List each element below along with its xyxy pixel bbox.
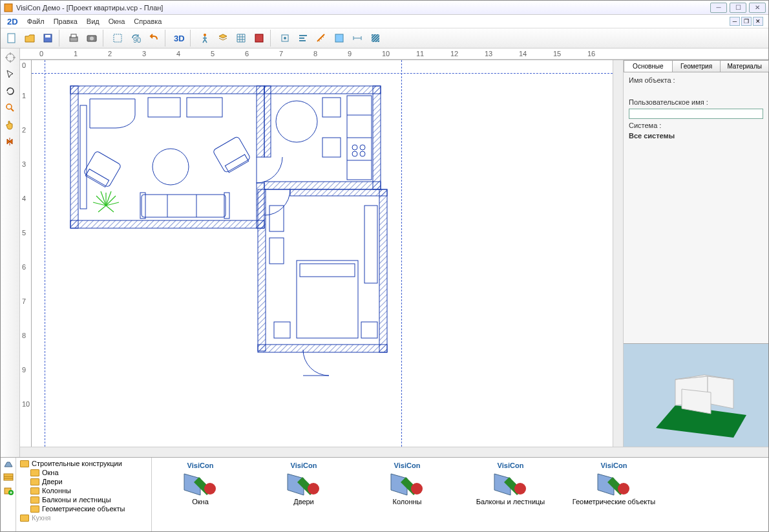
mirror-tool[interactable] <box>3 134 18 149</box>
guide-v1 <box>45 60 45 447</box>
menu-bar: 2D Файл Правка Вид Окна Справка ─ ❐ ✕ <box>1 15 768 28</box>
svg-rect-68 <box>297 261 358 338</box>
guide-h1 <box>32 73 613 74</box>
catalog-up-button[interactable] <box>3 460 14 469</box>
grid-button[interactable] <box>233 30 249 47</box>
svg-rect-29 <box>258 189 266 351</box>
zoom-tool[interactable] <box>3 100 18 116</box>
svg-point-85 <box>204 483 216 495</box>
tree-item-balconies[interactable]: Балконы и лестницы <box>17 495 150 504</box>
catalog-item-columns[interactable]: VisiCon Колонны <box>365 462 449 505</box>
rotate-tool[interactable] <box>3 83 18 99</box>
open-file-button[interactable] <box>21 30 38 47</box>
save-button[interactable] <box>39 30 56 47</box>
svg-point-7 <box>90 37 94 41</box>
snap-button[interactable] <box>251 30 268 47</box>
svg-rect-57 <box>322 138 341 157</box>
tree-item-geometry[interactable]: Геометрические объекты <box>17 504 150 513</box>
screenshot-button[interactable] <box>83 30 100 47</box>
close-button[interactable]: ✕ <box>749 3 766 13</box>
properties-panel: Основные Геометрия Материалы Имя объекта… <box>623 60 768 447</box>
svg-point-55 <box>276 101 317 142</box>
menu-view[interactable]: Вид <box>83 16 103 27</box>
pan-tool[interactable] <box>3 117 18 133</box>
drawing-canvas[interactable]: SOFTPORTAL www.softportal.com <box>32 60 613 447</box>
catalog-item-windows[interactable]: VisiCon Окна <box>158 462 242 505</box>
folder-icon <box>30 469 39 476</box>
catalog-item-doors[interactable]: VisiCon Двери <box>262 462 346 505</box>
fill-button[interactable] <box>331 30 348 47</box>
tab-materials[interactable]: Материалы <box>720 60 769 72</box>
svg-point-65 <box>360 151 365 156</box>
mode-2d-label[interactable]: 2D <box>3 17 22 27</box>
svg-rect-26 <box>373 86 381 189</box>
catalog-add-button[interactable] <box>3 486 14 496</box>
svg-point-13 <box>284 37 286 39</box>
tree-root[interactable]: Строительные конструкции <box>17 459 150 468</box>
horizontal-ruler: 0 12345678910111213141516 <box>20 48 768 60</box>
tree-item-windows[interactable]: Окна <box>17 468 150 477</box>
canvas-wrap: 0 12345678910111213141516 0 12345678910 <box>20 48 768 457</box>
svg-rect-31 <box>379 189 387 352</box>
dimension-button[interactable] <box>349 30 366 47</box>
app-window: VisiCon Демо - [Проект квартиры.vcp - Пл… <box>0 0 769 532</box>
tree-item-kitchen[interactable]: Кухня <box>17 513 150 522</box>
maximize-button[interactable]: ☐ <box>730 3 746 13</box>
measure-button[interactable] <box>313 30 330 47</box>
svg-rect-0 <box>5 4 12 12</box>
pointer-tool[interactable] <box>3 67 18 82</box>
catalog-item-balconies[interactable]: VisiCon Балконы и лестницы <box>469 462 553 505</box>
svg-rect-23 <box>257 86 264 157</box>
user-name-input[interactable] <box>629 109 763 119</box>
rotate-90-button[interactable]: 90 <box>127 30 144 47</box>
svg-marker-75 <box>708 376 733 409</box>
catalog-tree[interactable]: Строительные конструкции Окна Двери Коло… <box>16 458 152 531</box>
catalog-list-button[interactable] <box>3 473 14 482</box>
mdi-restore-button[interactable]: ❐ <box>741 17 752 26</box>
svg-rect-78 <box>4 474 13 480</box>
label-user-name: Пользовательское имя : <box>629 98 763 106</box>
hatch-button[interactable] <box>367 30 384 47</box>
canvas-hscroll[interactable] <box>20 447 768 457</box>
tab-geometry[interactable]: Геометрия <box>672 60 721 72</box>
mode-3d-button[interactable]: 3D <box>171 34 187 43</box>
svg-text:90: 90 <box>133 36 141 44</box>
svg-rect-28 <box>264 86 271 157</box>
tree-item-columns[interactable]: Колонны <box>17 486 150 495</box>
select-rect-button[interactable] <box>109 30 126 47</box>
svg-line-52 <box>106 206 114 212</box>
svg-rect-66 <box>269 206 284 231</box>
undo-button[interactable] <box>145 30 162 47</box>
mdi-close-button[interactable]: ✕ <box>753 17 763 26</box>
print-button[interactable] <box>65 30 82 47</box>
svg-rect-21 <box>70 86 78 228</box>
3d-preview[interactable] <box>624 343 768 447</box>
ortho-button[interactable] <box>277 30 293 47</box>
mdi-minimize-button[interactable]: ─ <box>730 17 740 26</box>
svg-rect-30 <box>258 345 387 352</box>
svg-rect-45 <box>80 105 87 209</box>
svg-rect-40 <box>142 195 226 217</box>
svg-rect-69 <box>300 264 355 277</box>
layers-button[interactable] <box>215 30 231 47</box>
svg-point-63 <box>360 145 365 150</box>
catalog-item-geometry[interactable]: VisiCon Геометрические объекты <box>572 462 656 505</box>
canvas-vscroll[interactable] <box>613 60 623 447</box>
menu-help[interactable]: Справка <box>130 16 165 27</box>
menu-windows[interactable]: Окна <box>105 16 129 27</box>
menu-file[interactable]: Файл <box>23 16 48 27</box>
align-button[interactable] <box>295 30 311 47</box>
svg-point-97 <box>618 483 629 495</box>
svg-rect-27 <box>264 182 381 189</box>
tab-basic[interactable]: Основные <box>624 60 673 72</box>
svg-rect-1 <box>8 34 15 43</box>
label-system: Система : <box>629 122 763 129</box>
target-tool[interactable] <box>3 50 18 65</box>
walk-button[interactable] <box>196 30 213 47</box>
new-file-button[interactable] <box>3 30 20 47</box>
window-buttons: ─ ☐ ✕ <box>710 3 766 13</box>
menu-edit[interactable]: Правка <box>50 16 81 27</box>
minimize-button[interactable]: ─ <box>710 3 727 13</box>
floor-plan[interactable] <box>64 80 413 390</box>
tree-item-doors[interactable]: Двери <box>17 477 150 486</box>
